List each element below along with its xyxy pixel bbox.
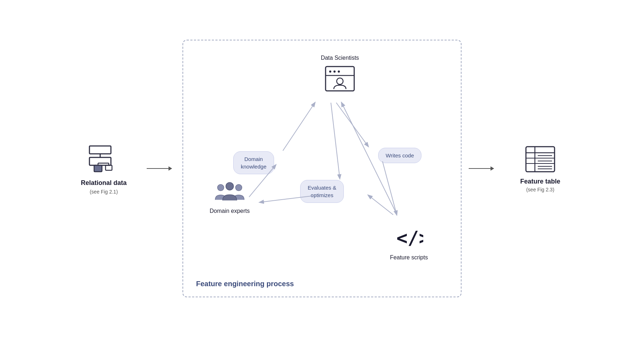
- svg-rect-3: [94, 165, 102, 172]
- relational-data-sublabel: (see Fig 2.1): [90, 189, 118, 195]
- feature-scripts-label: Feature scripts: [390, 254, 428, 261]
- evaluates-box: Evaluates &optimizes: [300, 180, 344, 203]
- data-scientists-label: Data Scientists: [321, 55, 359, 61]
- svg-text:</>: </>: [396, 227, 423, 249]
- svg-point-14: [218, 184, 224, 191]
- svg-point-9: [329, 70, 331, 73]
- svg-point-16: [226, 182, 234, 190]
- svg-rect-26: [526, 147, 555, 172]
- left-section: Relational data (see Fig 2.1): [64, 142, 143, 194]
- svg-point-10: [333, 70, 336, 73]
- relational-data-label: Relational data: [81, 179, 127, 187]
- right-arrow-line: [469, 168, 494, 169]
- feature-scripts-icon: </>: [395, 226, 423, 251]
- feature-table-label: Feature table: [520, 178, 560, 185]
- writes-code-box: Writes code: [378, 148, 421, 163]
- left-arrow: [147, 168, 175, 169]
- svg-point-15: [235, 184, 242, 191]
- center-box-label: Feature engineering process: [196, 280, 294, 288]
- data-scientists-icon: [324, 65, 356, 93]
- feature-table-sublabel: (see Fig 2.3): [526, 187, 555, 192]
- relational-data-icon: [84, 142, 123, 175]
- domain-knowledge-box: Domainknowledge: [233, 151, 274, 174]
- feature-table-icon: [524, 145, 556, 174]
- domain-experts-icon: [214, 179, 246, 204]
- left-arrow-line: [147, 168, 172, 169]
- right-arrow: [469, 168, 497, 169]
- main-container: Relational data (see Fig 2.1) Data Scien…: [0, 0, 644, 337]
- domain-experts-group: Domain experts: [201, 179, 258, 214]
- svg-line-20: [336, 103, 369, 146]
- svg-rect-4: [106, 165, 112, 170]
- svg-line-23: [368, 195, 393, 215]
- center-process-box: Data Scientists: [182, 40, 462, 297]
- domain-experts-label: Domain experts: [210, 208, 250, 214]
- svg-rect-0: [89, 146, 111, 154]
- feature-scripts-group: </> Feature scripts: [386, 226, 432, 261]
- svg-rect-1: [89, 157, 111, 165]
- svg-point-11: [338, 70, 340, 73]
- evaluates-text: Evaluates &optimizes: [308, 185, 336, 198]
- svg-rect-8: [326, 67, 354, 91]
- svg-point-13: [337, 78, 343, 84]
- svg-line-19: [283, 103, 315, 151]
- writes-code-text: Writes code: [386, 152, 414, 158]
- domain-knowledge-text: Domainknowledge: [241, 156, 267, 170]
- svg-line-22: [382, 161, 397, 215]
- data-scientists-group: Data Scientists: [311, 55, 369, 93]
- svg-line-21: [331, 103, 340, 179]
- right-section: Feature table (see Fig 2.3): [501, 145, 580, 192]
